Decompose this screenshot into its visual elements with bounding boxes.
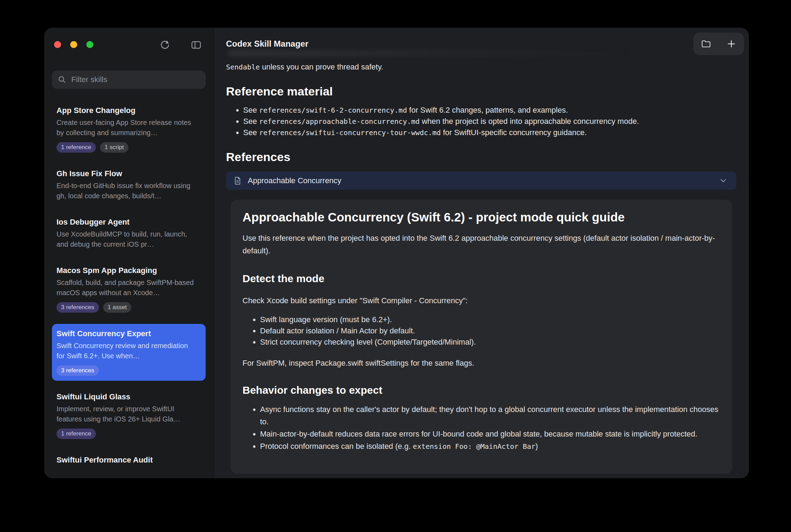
- skill-title: Swift Concurrency Expert: [56, 329, 201, 339]
- text-run: Protocol conformances can be isolated (e…: [260, 442, 413, 451]
- add-skill-button[interactable]: [720, 33, 743, 55]
- skill-description: Create user-facing App Store release not…: [56, 118, 198, 138]
- refresh-button[interactable]: [157, 37, 173, 53]
- text-run: See: [243, 106, 259, 114]
- toolbar-button-group: [693, 33, 744, 55]
- reference-preview-card: Approachable Concurrency (Swift 6.2) - p…: [231, 200, 732, 474]
- skill-title: Swiftui Liquid Glass: [56, 392, 201, 402]
- detect-mode-lead: Check Xcode build settings under "Swift …: [242, 295, 720, 306]
- reference-bullet: See references/approachable-concurrency.…: [243, 116, 736, 127]
- code-span: references/swift-6-2-concurrency.md: [259, 106, 407, 114]
- sidebar-toggle-button[interactable]: [188, 37, 204, 53]
- reference-count-badge: 3 references: [56, 365, 99, 376]
- skill-description: End-to-end GitHub issue fix workflow usi…: [56, 181, 198, 201]
- skill-description: Implement, review, or improve SwiftUI fe…: [56, 404, 198, 424]
- skill-item-swiftui-performance-audit[interactable]: Swiftui Performance Audit: [52, 450, 206, 470]
- window-title: Codex Skill Manager: [226, 39, 308, 49]
- reference-item-label: Approachable Concurrency: [248, 176, 341, 185]
- skill-badges: 3 references: [56, 365, 201, 376]
- skill-document: Sendable unless you can prove thread saf…: [214, 60, 749, 478]
- refresh-icon: [159, 39, 171, 51]
- reference-count-badge: 3 references: [56, 302, 99, 313]
- sidebar-toggle-icon: [191, 39, 202, 51]
- behavior-heading: Behavior changes to expect: [242, 384, 720, 396]
- text-run: See: [243, 117, 259, 126]
- sidebar-header: [44, 28, 213, 63]
- skill-description: Scaffold, build, and package SwiftPM-bas…: [56, 278, 198, 298]
- reference-count-badge: 1 reference: [56, 428, 96, 439]
- skill-title: App Store Changelog: [56, 106, 201, 115]
- chevron-down-icon: [719, 176, 728, 185]
- filter-field[interactable]: [52, 71, 206, 89]
- text-run: See: [243, 128, 259, 137]
- behavior-bullet-partial: Protocol conformances can be isolated (e…: [260, 440, 720, 453]
- reference-bullet: See references/swiftui-concurrency-tour-…: [243, 127, 736, 138]
- open-folder-button[interactable]: [695, 33, 717, 55]
- document-icon: [233, 176, 242, 185]
- code-span: extension Foo: @MainActor Bar: [413, 442, 535, 451]
- skill-item-swiftui-liquid-glass[interactable]: Swiftui Liquid Glass Implement, review, …: [52, 387, 206, 444]
- skill-item-macos-spm-app-packaging[interactable]: Macos Spm App Packaging Scaffold, build,…: [52, 261, 206, 318]
- skill-badges: 3 references 1 asset: [56, 302, 201, 313]
- detect-bullet: Swift language version (must be 6.2+).: [260, 314, 720, 325]
- detect-mode-footer: For SwiftPM, inspect Package.swift swift…: [242, 358, 720, 369]
- detect-bullet: Default actor isolation / Main Actor by …: [260, 325, 720, 337]
- reference-count-badge: 1 reference: [56, 142, 96, 153]
- detect-mode-list: Swift language version (must be 6.2+). D…: [242, 314, 720, 348]
- text-run: ): [536, 442, 538, 451]
- text-run: unless you can prove thread safety.: [260, 62, 383, 71]
- folder-icon: [701, 39, 711, 49]
- main-panel: Codex Skill Manager Sendable unle: [214, 28, 749, 478]
- skill-badges: 1 reference: [56, 428, 201, 439]
- skill-item-gh-issue-fix-flow[interactable]: Gh Issue Fix Flow End-to-end GitHub issu…: [52, 164, 206, 206]
- asset-count-badge: 1 asset: [103, 302, 132, 313]
- skill-item-ios-debugger-agent[interactable]: Ios Debugger Agent Use XcodeBuildMCP to …: [52, 212, 206, 254]
- toolbar: Codex Skill Manager: [214, 28, 749, 60]
- skill-title: Macos Spm App Packaging: [56, 266, 201, 275]
- search-icon: [58, 75, 67, 84]
- skill-item-app-store-changelog[interactable]: App Store Changelog Create user-facing A…: [52, 101, 206, 158]
- close-button[interactable]: [54, 41, 61, 48]
- detect-mode-heading: Detect the mode: [242, 273, 720, 285]
- code-span: references/approachable-concurrency.md: [259, 117, 420, 126]
- text-run: when the project is opted into approacha…: [420, 117, 639, 126]
- behavior-bullet: Main-actor-by-default reduces data race …: [260, 428, 720, 440]
- skill-description: Use XcodeBuildMCP to build, run, launch,…: [56, 229, 198, 250]
- code-span: references/swiftui-concurrency-tour-wwdc…: [259, 128, 441, 137]
- card-intro: Use this reference when the project has …: [242, 232, 720, 257]
- minimize-button[interactable]: [70, 41, 77, 48]
- filter-input[interactable]: [71, 75, 200, 85]
- references-heading: References: [226, 150, 736, 164]
- card-title: Approachable Concurrency (Swift 6.2) - p…: [242, 210, 720, 224]
- skill-title: Swiftui Performance Audit: [56, 455, 201, 465]
- detect-bullet: Strict concurrency checking level (Compl…: [260, 337, 720, 348]
- skill-item-swift-concurrency-expert[interactable]: Swift Concurrency Expert Swift Concurren…: [52, 324, 206, 381]
- code-span: Sendable: [226, 63, 260, 71]
- behavior-list: Async functions stay on the caller's act…: [242, 403, 720, 453]
- text-run: for SwiftUI-specific concurrency guidanc…: [441, 128, 587, 137]
- skill-badges: 1 reference 1 script: [56, 142, 201, 153]
- app-window: App Store Changelog Create user-facing A…: [44, 28, 749, 478]
- reference-disclosure-row[interactable]: Approachable Concurrency: [226, 172, 736, 190]
- skill-list: App Store Changelog Create user-facing A…: [44, 101, 213, 478]
- clipped-paragraph: Sendable unless you can prove thread saf…: [226, 61, 736, 73]
- script-count-badge: 1 script: [100, 142, 128, 153]
- reference-material-list: See references/swift-6-2-concurrency.md …: [226, 105, 736, 138]
- skill-title: Ios Debugger Agent: [56, 217, 201, 227]
- reference-bullet: See references/swift-6-2-concurrency.md …: [243, 105, 736, 116]
- text-run: for Swift 6.2 changes, patterns, and exa…: [407, 106, 568, 114]
- zoom-button[interactable]: [86, 41, 93, 48]
- plus-icon: [726, 39, 737, 49]
- behavior-bullet: Async functions stay on the caller's act…: [260, 403, 720, 428]
- skill-description: Swift Concurrency review and remediation…: [56, 341, 198, 361]
- scrolled-content-blur: [228, 50, 635, 56]
- sidebar: App Store Changelog Create user-facing A…: [44, 28, 214, 478]
- skill-title: Gh Issue Fix Flow: [56, 169, 201, 179]
- reference-material-heading: Reference material: [226, 85, 736, 98]
